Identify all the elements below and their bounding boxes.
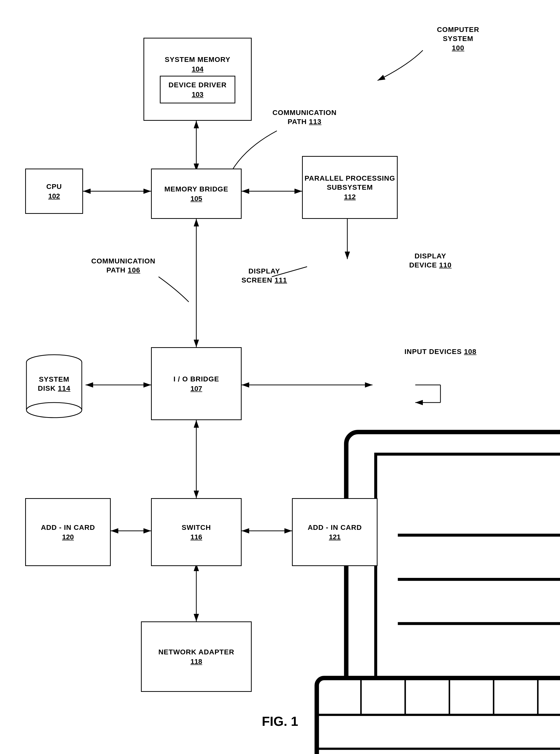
network-adapter-box: NETWORK ADAPTER 118 bbox=[141, 621, 252, 692]
cpu-box: CPU 102 bbox=[25, 168, 83, 214]
system-disk-label: SYSTEMDISK 114 bbox=[25, 375, 83, 393]
comm-path-106-label: COMMUNICATIONPATH 106 bbox=[83, 257, 164, 275]
add-in-card-120-box: ADD - IN CARD 120 bbox=[25, 498, 111, 566]
io-bridge-box: I / O BRIDGE 107 bbox=[151, 347, 242, 420]
device-driver-box: DEVICE DRIVER 103 bbox=[160, 76, 235, 103]
comm-path-113-label: COMMUNICATIONPATH 113 bbox=[264, 108, 345, 126]
figure-label: FIG. 1 bbox=[0, 714, 560, 729]
input-devices-label: INPUT DEVICES 108 bbox=[403, 347, 478, 356]
add-in-card-121-box: ADD - IN CARD 121 bbox=[292, 498, 378, 566]
parallel-proc-box: PARALLEL PROCESSING SUBSYSTEM 112 bbox=[302, 156, 398, 219]
computer-system-label: COMPUTER SYSTEM 100 bbox=[423, 25, 493, 53]
switch-box: SWITCH 116 bbox=[151, 498, 242, 566]
system-memory-box: SYSTEM MEMORY 104 DEVICE DRIVER 103 bbox=[143, 38, 252, 121]
memory-bridge-box: MEMORY BRIDGE 105 bbox=[151, 168, 242, 219]
diagram: COMPUTER SYSTEM 100 SYSTEM MEMORY 104 DE… bbox=[0, 0, 560, 754]
display-screen-label: DISPLAYSCREEN 111 bbox=[232, 267, 297, 285]
svg-point-20 bbox=[26, 403, 82, 417]
